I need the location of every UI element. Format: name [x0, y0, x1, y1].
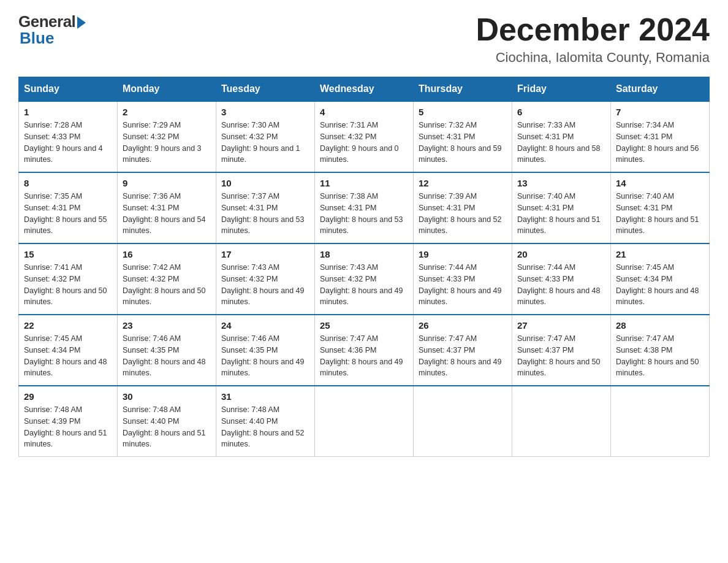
day-number: 20 — [517, 249, 605, 259]
day-number: 16 — [123, 249, 211, 259]
calendar-day-cell: 29Sunrise: 7:48 AMSunset: 4:39 PMDayligh… — [19, 386, 118, 457]
day-info: Sunrise: 7:47 AMSunset: 4:38 PMDaylight:… — [616, 333, 704, 379]
calendar-day-cell: 24Sunrise: 7:46 AMSunset: 4:35 PMDayligh… — [216, 315, 315, 386]
calendar-day-cell: 4Sunrise: 7:31 AMSunset: 4:32 PMDaylight… — [315, 101, 414, 172]
page-header: General Blue December 2024 Ciochina, Ial… — [18, 12, 710, 66]
calendar-day-cell: 13Sunrise: 7:40 AMSunset: 4:31 PMDayligh… — [512, 172, 611, 243]
col-header-tuesday: Tuesday — [216, 77, 315, 102]
day-number: 15 — [24, 249, 112, 259]
empty-cell — [512, 386, 611, 457]
day-info: Sunrise: 7:45 AMSunset: 4:34 PMDaylight:… — [24, 333, 112, 379]
day-info: Sunrise: 7:43 AMSunset: 4:32 PMDaylight:… — [221, 262, 309, 308]
calendar-day-cell: 3Sunrise: 7:30 AMSunset: 4:32 PMDaylight… — [216, 101, 315, 172]
day-info: Sunrise: 7:40 AMSunset: 4:31 PMDaylight:… — [616, 191, 704, 237]
day-info: Sunrise: 7:47 AMSunset: 4:37 PMDaylight:… — [517, 333, 605, 379]
day-number: 18 — [320, 249, 408, 259]
calendar-day-cell: 12Sunrise: 7:39 AMSunset: 4:31 PMDayligh… — [414, 172, 512, 243]
col-header-saturday: Saturday — [611, 77, 710, 102]
empty-cell — [611, 386, 710, 457]
calendar-day-cell: 9Sunrise: 7:36 AMSunset: 4:31 PMDaylight… — [118, 172, 216, 243]
calendar-day-cell: 22Sunrise: 7:45 AMSunset: 4:34 PMDayligh… — [19, 315, 118, 386]
day-number: 26 — [419, 320, 507, 331]
day-number: 2 — [123, 107, 211, 117]
calendar-day-cell: 26Sunrise: 7:47 AMSunset: 4:37 PMDayligh… — [414, 315, 512, 386]
day-number: 13 — [517, 178, 605, 188]
month-title: December 2024 — [476, 12, 710, 47]
day-number: 28 — [616, 320, 704, 331]
day-number: 24 — [221, 320, 309, 331]
day-info: Sunrise: 7:43 AMSunset: 4:32 PMDaylight:… — [320, 262, 408, 308]
calendar-day-cell: 7Sunrise: 7:34 AMSunset: 4:31 PMDaylight… — [611, 101, 710, 172]
calendar-table: SundayMondayTuesdayWednesdayThursdayFrid… — [18, 77, 710, 457]
day-info: Sunrise: 7:28 AMSunset: 4:33 PMDaylight:… — [24, 120, 112, 166]
day-info: Sunrise: 7:35 AMSunset: 4:31 PMDaylight:… — [24, 191, 112, 237]
day-info: Sunrise: 7:32 AMSunset: 4:31 PMDaylight:… — [419, 120, 507, 166]
calendar-day-cell: 28Sunrise: 7:47 AMSunset: 4:38 PMDayligh… — [611, 315, 710, 386]
day-info: Sunrise: 7:47 AMSunset: 4:37 PMDaylight:… — [419, 333, 507, 379]
day-number: 10 — [221, 178, 309, 188]
day-info: Sunrise: 7:29 AMSunset: 4:32 PMDaylight:… — [123, 120, 211, 166]
day-number: 17 — [221, 249, 309, 259]
day-info: Sunrise: 7:30 AMSunset: 4:32 PMDaylight:… — [221, 120, 309, 166]
day-number: 6 — [517, 107, 605, 117]
day-number: 11 — [320, 178, 408, 188]
day-info: Sunrise: 7:34 AMSunset: 4:31 PMDaylight:… — [616, 120, 704, 166]
calendar-day-cell: 16Sunrise: 7:42 AMSunset: 4:32 PMDayligh… — [118, 243, 216, 315]
day-info: Sunrise: 7:48 AMSunset: 4:40 PMDaylight:… — [123, 404, 211, 450]
day-info: Sunrise: 7:36 AMSunset: 4:31 PMDaylight:… — [123, 191, 211, 237]
day-info: Sunrise: 7:33 AMSunset: 4:31 PMDaylight:… — [517, 120, 605, 166]
calendar-day-cell: 31Sunrise: 7:48 AMSunset: 4:40 PMDayligh… — [216, 386, 315, 457]
day-info: Sunrise: 7:41 AMSunset: 4:32 PMDaylight:… — [24, 262, 112, 308]
day-info: Sunrise: 7:39 AMSunset: 4:31 PMDaylight:… — [419, 191, 507, 237]
calendar-day-cell: 5Sunrise: 7:32 AMSunset: 4:31 PMDaylight… — [414, 101, 512, 172]
col-header-friday: Friday — [512, 77, 611, 102]
logo-arrow-icon — [77, 17, 86, 29]
day-info: Sunrise: 7:38 AMSunset: 4:31 PMDaylight:… — [320, 191, 408, 237]
day-info: Sunrise: 7:47 AMSunset: 4:36 PMDaylight:… — [320, 333, 408, 379]
day-number: 22 — [24, 320, 112, 331]
day-number: 31 — [221, 391, 309, 402]
day-info: Sunrise: 7:45 AMSunset: 4:34 PMDaylight:… — [616, 262, 704, 308]
calendar-week-row: 29Sunrise: 7:48 AMSunset: 4:39 PMDayligh… — [19, 386, 710, 457]
day-number: 5 — [419, 107, 507, 117]
calendar-day-cell: 14Sunrise: 7:40 AMSunset: 4:31 PMDayligh… — [611, 172, 710, 243]
calendar-day-cell: 2Sunrise: 7:29 AMSunset: 4:32 PMDaylight… — [118, 101, 216, 172]
day-info: Sunrise: 7:48 AMSunset: 4:39 PMDaylight:… — [24, 404, 112, 450]
day-number: 23 — [123, 320, 211, 331]
calendar-day-cell: 1Sunrise: 7:28 AMSunset: 4:33 PMDaylight… — [19, 101, 118, 172]
day-info: Sunrise: 7:44 AMSunset: 4:33 PMDaylight:… — [517, 262, 605, 308]
day-number: 14 — [616, 178, 704, 188]
day-info: Sunrise: 7:46 AMSunset: 4:35 PMDaylight:… — [123, 333, 211, 379]
calendar-week-row: 1Sunrise: 7:28 AMSunset: 4:33 PMDaylight… — [19, 101, 710, 172]
day-number: 8 — [24, 178, 112, 188]
logo-blue-text: Blue — [20, 29, 54, 48]
col-header-thursday: Thursday — [414, 77, 512, 102]
calendar-day-cell: 8Sunrise: 7:35 AMSunset: 4:31 PMDaylight… — [19, 172, 118, 243]
empty-cell — [414, 386, 512, 457]
col-header-monday: Monday — [118, 77, 216, 102]
calendar-day-cell: 21Sunrise: 7:45 AMSunset: 4:34 PMDayligh… — [611, 243, 710, 315]
col-header-sunday: Sunday — [19, 77, 118, 102]
calendar-day-cell: 23Sunrise: 7:46 AMSunset: 4:35 PMDayligh… — [118, 315, 216, 386]
calendar-day-cell: 18Sunrise: 7:43 AMSunset: 4:32 PMDayligh… — [315, 243, 414, 315]
title-block: December 2024 Ciochina, Ialomita County,… — [476, 12, 710, 66]
day-info: Sunrise: 7:37 AMSunset: 4:31 PMDaylight:… — [221, 191, 309, 237]
day-info: Sunrise: 7:48 AMSunset: 4:40 PMDaylight:… — [221, 404, 309, 450]
calendar-day-cell: 11Sunrise: 7:38 AMSunset: 4:31 PMDayligh… — [315, 172, 414, 243]
day-number: 21 — [616, 249, 704, 259]
location-title: Ciochina, Ialomita County, Romania — [476, 50, 710, 66]
day-info: Sunrise: 7:44 AMSunset: 4:33 PMDaylight:… — [419, 262, 507, 308]
calendar-header-row: SundayMondayTuesdayWednesdayThursdayFrid… — [19, 77, 710, 102]
calendar-day-cell: 19Sunrise: 7:44 AMSunset: 4:33 PMDayligh… — [414, 243, 512, 315]
calendar-day-cell: 30Sunrise: 7:48 AMSunset: 4:40 PMDayligh… — [118, 386, 216, 457]
day-number: 29 — [24, 391, 112, 402]
day-number: 30 — [123, 391, 211, 402]
day-info: Sunrise: 7:31 AMSunset: 4:32 PMDaylight:… — [320, 120, 408, 166]
day-info: Sunrise: 7:46 AMSunset: 4:35 PMDaylight:… — [221, 333, 309, 379]
calendar-day-cell: 20Sunrise: 7:44 AMSunset: 4:33 PMDayligh… — [512, 243, 611, 315]
calendar-day-cell: 6Sunrise: 7:33 AMSunset: 4:31 PMDaylight… — [512, 101, 611, 172]
calendar-day-cell: 10Sunrise: 7:37 AMSunset: 4:31 PMDayligh… — [216, 172, 315, 243]
day-number: 1 — [24, 107, 112, 117]
logo: General Blue — [18, 12, 86, 48]
calendar-day-cell: 15Sunrise: 7:41 AMSunset: 4:32 PMDayligh… — [19, 243, 118, 315]
